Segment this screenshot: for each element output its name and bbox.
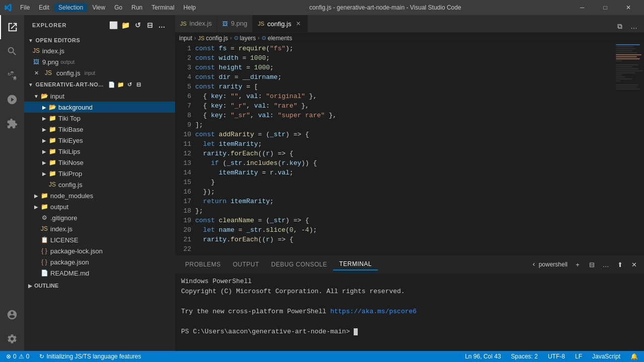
minimize-button[interactable]: ─ — [571, 0, 594, 15]
status-left: ⊗ 0 ⚠ 0 ↻ Initializing JS/TS language fe… — [4, 351, 143, 362]
collapse-icon[interactable]: ⊟ — [145, 20, 155, 30]
tree-tiki-prop[interactable]: ▶ 📁 TikiProp — [24, 168, 175, 179]
input-arrow: ▼ — [32, 92, 40, 100]
more-tabs-icon[interactable]: … — [628, 20, 640, 32]
code-line-11: const addRarity = (_str) => { — [195, 130, 609, 139]
status-errors[interactable]: ⊗ 0 ⚠ 0 — [4, 351, 31, 362]
tab-bar: JS index.js 🖼 9.png JS config.js ✕ ⧉ … — [175, 15, 644, 33]
tree-tiki-top[interactable]: ▶ 📁 Tiki Top — [24, 113, 175, 124]
tab-config-js-icon: JS — [258, 21, 264, 27]
panel-tab-output[interactable]: OUTPUT — [227, 259, 265, 270]
terminal-more-icon[interactable]: … — [600, 258, 612, 270]
project-section[interactable]: ▼ GENERATIVE-ART-NO... 📄 📁 ↺ ⊟ — [24, 78, 175, 90]
tree-tiki-nose[interactable]: ▶ 📁 TikiNose — [24, 157, 175, 168]
open-editors-section[interactable]: ▼ OPEN EDITORS — [24, 35, 175, 45]
terminal-line-5 — [181, 317, 638, 327]
sync-icon: ↻ — [39, 353, 44, 360]
project-new-folder[interactable]: 📁 — [117, 80, 125, 88]
split-editor-icon[interactable]: ⧉ — [614, 20, 626, 32]
activity-settings[interactable] — [0, 327, 24, 351]
activity-search[interactable] — [0, 39, 24, 63]
tree-config-js[interactable]: ▶ JS config.js — [24, 179, 175, 190]
activity-explorer[interactable] — [0, 15, 24, 39]
panel-tab-problems[interactable]: PROBLEMS — [179, 259, 227, 270]
refresh-icon[interactable]: ↺ — [133, 20, 143, 30]
status-ln-col[interactable]: Ln 96, Col 43 — [463, 351, 503, 362]
panel-tab-terminal[interactable]: TERMINAL — [333, 258, 378, 270]
encoding-text: UTF-8 — [548, 353, 565, 360]
vscode-logo — [4, 4, 12, 12]
activity-extensions[interactable] — [0, 112, 24, 136]
status-feedback[interactable]: 🔔 — [628, 351, 640, 362]
maximize-button[interactable]: □ — [594, 0, 617, 15]
tree-input-folder[interactable]: ▼ 📂 input — [24, 90, 175, 102]
status-language[interactable]: JavaScript — [590, 351, 622, 362]
terminal-link[interactable]: https://aka.ms/pscore6 — [330, 308, 417, 315]
menu-help[interactable]: Help — [180, 3, 200, 12]
terminal-shell-selector[interactable]: powershell — [529, 258, 570, 270]
tiki-lips-arrow: ▶ — [40, 147, 48, 155]
menu-go[interactable]: Go — [110, 3, 126, 12]
activity-run[interactable] — [0, 87, 24, 112]
close-button[interactable]: ✕ — [617, 0, 640, 15]
open-editor-9-png[interactable]: 🖼 9.png output — [24, 56, 175, 67]
code-line-12: let itemRarity; — [195, 139, 609, 149]
status-language-status[interactable]: ↻ Initializing JS/TS language features — [37, 351, 143, 362]
breadcrumb-input[interactable]: input — [179, 35, 192, 42]
tree-index-js-root[interactable]: ▶ JS index.js — [24, 223, 175, 234]
new-file-icon[interactable]: ⬜ — [109, 20, 119, 30]
menu-selection[interactable]: Selection — [54, 3, 87, 12]
tiki-top-arrow: ▶ — [40, 114, 48, 122]
tree-node-modules[interactable]: ▶ 📁 node_modules — [24, 190, 175, 201]
panel-close-icon[interactable]: ✕ — [628, 258, 640, 270]
tree-tiki-lips[interactable]: ▶ 📁 TikiLips — [24, 146, 175, 157]
tree-gitignore[interactable]: ▶ ⚙ .gitignore — [24, 212, 175, 223]
code-line-22: let name = _str.slice(0, -4); — [195, 225, 609, 235]
code-line-8: { key: "_sr", val: "super rare" }, — [195, 111, 609, 120]
panel-maximize-icon[interactable]: ⬆ — [614, 258, 626, 270]
tree-background-folder[interactable]: ▶ 📂 background — [24, 102, 175, 113]
activity-source-control[interactable] — [0, 63, 24, 87]
panel-tab-debug[interactable]: DEBUG CONSOLE — [265, 259, 333, 270]
tree-package-lock[interactable]: ▶ { } package-lock.json — [24, 245, 175, 256]
tree-readme[interactable]: ▶ 📄 README.md — [24, 267, 175, 279]
new-terminal-icon[interactable]: + — [572, 258, 584, 270]
language-text: JavaScript — [592, 353, 620, 360]
tree-tiki-base[interactable]: ▶ 📁 TikiBase — [24, 124, 175, 135]
more-actions-icon[interactable]: … — [157, 20, 167, 30]
node-modules-arrow: ▶ — [32, 192, 40, 200]
breadcrumb-layers[interactable]: ⊙ layers — [234, 35, 256, 42]
tree-package-json[interactable]: ▶ { } package.json — [24, 256, 175, 267]
close-editor-icon[interactable]: ✕ — [32, 69, 40, 77]
open-editor-index-js[interactable]: JS index.js — [24, 45, 175, 56]
menu-run[interactable]: Run — [127, 3, 146, 12]
menu-edit[interactable]: Edit — [35, 3, 53, 12]
tab-9-png[interactable]: 🖼 9.png — [217, 15, 253, 32]
breadcrumb-elements[interactable]: ⊙ elements — [262, 35, 292, 42]
menu-view[interactable]: View — [88, 3, 109, 12]
terminal-content[interactable]: Windows PowerShell Copyright (C) Microso… — [175, 274, 644, 351]
tree-output[interactable]: ▶ 📁 output — [24, 201, 175, 212]
tree-license[interactable]: ▶ 📋 LICENSE — [24, 234, 175, 245]
split-terminal-icon[interactable]: ⊟ — [586, 258, 598, 270]
open-editor-config-js[interactable]: ✕ JS config.js input — [24, 67, 175, 78]
tab-config-close[interactable]: ✕ — [294, 20, 302, 28]
breadcrumb-config[interactable]: JS config.js — [198, 35, 228, 42]
new-folder-icon[interactable]: 📁 — [121, 20, 131, 30]
project-collapse[interactable]: ⊟ — [135, 80, 143, 88]
activity-account[interactable] — [0, 303, 24, 327]
tab-config-js[interactable]: JS config.js ✕ — [253, 15, 308, 32]
tree-tiki-eyes[interactable]: ▶ 📁 TikiEyes — [24, 135, 175, 146]
menu-terminal[interactable]: Terminal — [147, 3, 178, 12]
outline-section[interactable]: ▶ OUTLINE — [24, 281, 175, 291]
status-spaces[interactable]: Spaces: 2 — [509, 351, 540, 362]
status-line-ending[interactable]: LF — [573, 351, 584, 362]
project-refresh[interactable]: ↺ — [126, 80, 134, 88]
tab-index-js[interactable]: JS index.js — [175, 15, 217, 32]
title-bar-left: File Edit Selection View Go Run Terminal… — [4, 3, 200, 12]
editor-content[interactable]: 12345 678910 1112131415 1617181920 21222… — [175, 44, 644, 255]
project-new-file[interactable]: 📄 — [108, 80, 116, 88]
menu-file[interactable]: File — [16, 3, 34, 12]
status-encoding[interactable]: UTF-8 — [546, 351, 567, 362]
code-area[interactable]: const fs = require("fs"); const width = … — [195, 44, 614, 255]
